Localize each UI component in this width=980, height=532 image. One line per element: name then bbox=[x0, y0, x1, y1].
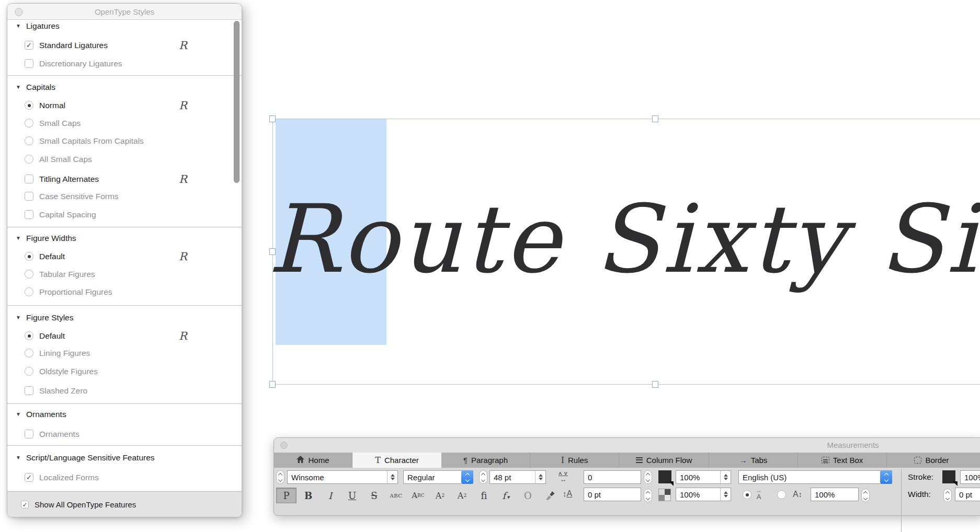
checkbox-unchecked[interactable] bbox=[25, 59, 33, 68]
disclosure-triangle-icon[interactable]: ▼ bbox=[16, 17, 26, 35]
stepper-arrows-icon[interactable] bbox=[387, 471, 397, 483]
radio-unselected[interactable] bbox=[25, 287, 33, 296]
measurements-palette: Measurements Home T Character ¶ Paragrap… bbox=[274, 437, 980, 516]
text-box-handle-bottom-left[interactable] bbox=[269, 381, 276, 388]
tracking-stepper[interactable] bbox=[644, 470, 652, 484]
text-box-handle-bottom-center[interactable] bbox=[652, 381, 658, 388]
measurements-titlebar: Measurements bbox=[274, 438, 980, 453]
tab-home[interactable]: Home bbox=[274, 453, 352, 468]
checkbox-unchecked[interactable] bbox=[25, 386, 33, 395]
plain-style-button[interactable]: P bbox=[276, 488, 297, 503]
radio-unselected[interactable] bbox=[25, 349, 33, 357]
tracking-field[interactable]: 0 bbox=[584, 470, 641, 484]
canvas-script-text[interactable]: Route Sixty Six bbox=[268, 192, 980, 286]
tab-column-flow[interactable]: Column Flow bbox=[619, 453, 709, 468]
font-family-stepper[interactable] bbox=[276, 470, 284, 484]
baseline-shift-field[interactable]: 0 pt bbox=[584, 488, 641, 501]
rules-icon: I bbox=[561, 455, 564, 465]
checkbox-unchecked[interactable] bbox=[25, 210, 33, 219]
feature-preview-glyph: R bbox=[174, 170, 192, 188]
scale-field[interactable]: 100% bbox=[811, 488, 859, 501]
disclosure-triangle-icon[interactable]: ▼ bbox=[16, 229, 26, 247]
bold-button[interactable]: B bbox=[298, 488, 318, 503]
tab-paragraph[interactable]: ¶ Paragraph bbox=[441, 453, 530, 468]
shade-opacity-field[interactable]: 100% bbox=[676, 488, 731, 501]
radio-unselected[interactable] bbox=[25, 367, 33, 376]
font-style-popup[interactable]: Regular bbox=[403, 470, 473, 484]
strikethrough-button[interactable]: S bbox=[364, 488, 384, 503]
opentype-features-button[interactable]: f▼ bbox=[496, 488, 516, 503]
feature-preview-glyph: R bbox=[174, 97, 192, 114]
text-box-handle-top-left[interactable] bbox=[269, 115, 276, 122]
ligatures-button[interactable]: fi bbox=[474, 488, 494, 503]
checkbox-unchecked[interactable] bbox=[25, 192, 33, 201]
tab-character[interactable]: T Character bbox=[352, 453, 441, 468]
stepper-arrows-icon[interactable] bbox=[535, 471, 545, 483]
column-flow-icon bbox=[636, 457, 643, 463]
radio-unselected[interactable] bbox=[25, 136, 33, 145]
disclosure-triangle-icon[interactable]: ▼ bbox=[16, 309, 26, 327]
text-box-handle-top-center[interactable] bbox=[652, 115, 658, 122]
checkbox-checked[interactable]: ✓ bbox=[25, 41, 33, 50]
tab-border[interactable]: Border bbox=[887, 453, 976, 468]
text-opacity-field[interactable]: 100% bbox=[676, 470, 731, 484]
radio-selected[interactable] bbox=[743, 490, 751, 499]
option-ornaments: Ornaments bbox=[7, 425, 242, 443]
radio-unselected[interactable] bbox=[777, 490, 786, 499]
option-case-sensitive-forms: Case Sensitive Forms bbox=[7, 188, 242, 205]
text-box-handle-mid-left[interactable] bbox=[269, 248, 276, 255]
radio-unselected[interactable] bbox=[25, 155, 33, 164]
disclosure-triangle-icon[interactable]: ▼ bbox=[16, 78, 26, 96]
width-stepper[interactable] bbox=[943, 489, 952, 502]
radio-selected[interactable] bbox=[25, 331, 33, 340]
radio-selected[interactable] bbox=[25, 101, 33, 110]
radio-unselected[interactable] bbox=[25, 119, 33, 128]
text-box-bottom-edge bbox=[272, 384, 980, 385]
section-header-figure-widths: ▼ Figure Widths bbox=[7, 229, 242, 247]
close-icon[interactable] bbox=[280, 442, 288, 449]
checkbox-unchecked[interactable] bbox=[25, 175, 33, 183]
border-icon bbox=[914, 457, 921, 464]
scrollbar-thumb[interactable] bbox=[234, 21, 240, 183]
stepper-arrows-icon[interactable] bbox=[720, 488, 731, 501]
radio-unselected[interactable] bbox=[25, 270, 33, 279]
all-caps-button[interactable]: ABC bbox=[386, 488, 406, 503]
scale-stepper[interactable] bbox=[861, 489, 870, 502]
horizontal-scale-icon: ↔ A bbox=[756, 488, 761, 500]
disclosure-triangle-icon[interactable]: ▼ bbox=[16, 406, 26, 423]
checkbox-checked[interactable]: ✓ bbox=[25, 473, 33, 482]
popup-chevrons-icon[interactable] bbox=[461, 470, 473, 484]
tab-tabs[interactable]: → Tabs bbox=[709, 453, 798, 468]
close-icon[interactable] bbox=[15, 8, 23, 16]
option-discretionary-ligatures: Discretionary Ligatures bbox=[7, 55, 242, 73]
stroke-value-field[interactable]: 100% bbox=[960, 470, 980, 484]
option-lining-figures: Lining Figures bbox=[7, 344, 242, 362]
radio-selected[interactable] bbox=[25, 252, 33, 261]
tab-text-box[interactable]: Text Box bbox=[798, 453, 887, 468]
disclosure-triangle-icon[interactable]: ▼ bbox=[16, 449, 26, 467]
opentype-panel-title: OpenType Styles bbox=[95, 7, 154, 16]
checkbox-checked[interactable]: ✓ bbox=[21, 501, 29, 508]
popup-chevrons-icon[interactable] bbox=[880, 470, 892, 484]
font-size-stepper[interactable] bbox=[479, 470, 487, 484]
baseline-shift-stepper[interactable] bbox=[644, 489, 652, 502]
checkbox-unchecked[interactable] bbox=[25, 430, 33, 438]
width-value-field[interactable]: 0 pt bbox=[955, 488, 980, 501]
superscript-button[interactable]: A2 bbox=[430, 488, 450, 503]
text-color-swatch[interactable] bbox=[658, 470, 671, 483]
font-size-field[interactable]: 48 pt bbox=[489, 470, 546, 484]
option-capital-spacing: Capital Spacing bbox=[7, 206, 242, 224]
tab-rules[interactable]: I Rules bbox=[530, 453, 619, 468]
language-popup[interactable]: English (US) bbox=[738, 470, 892, 484]
shade-swatch[interactable] bbox=[658, 489, 671, 501]
small-caps-button[interactable]: ABC bbox=[408, 488, 428, 503]
underline-button[interactable]: U bbox=[342, 488, 362, 503]
option-all-small-caps: All Small Caps bbox=[7, 151, 242, 168]
stepper-arrows-icon[interactable] bbox=[720, 471, 731, 483]
subscript-button[interactable]: A2 bbox=[452, 488, 472, 503]
text-brush-button[interactable] bbox=[540, 488, 560, 503]
font-family-field[interactable]: Winsome bbox=[287, 470, 398, 484]
italic-button[interactable]: I bbox=[320, 488, 340, 503]
outline-style-button[interactable]: O bbox=[518, 488, 538, 503]
stroke-color-swatch[interactable] bbox=[942, 470, 955, 483]
